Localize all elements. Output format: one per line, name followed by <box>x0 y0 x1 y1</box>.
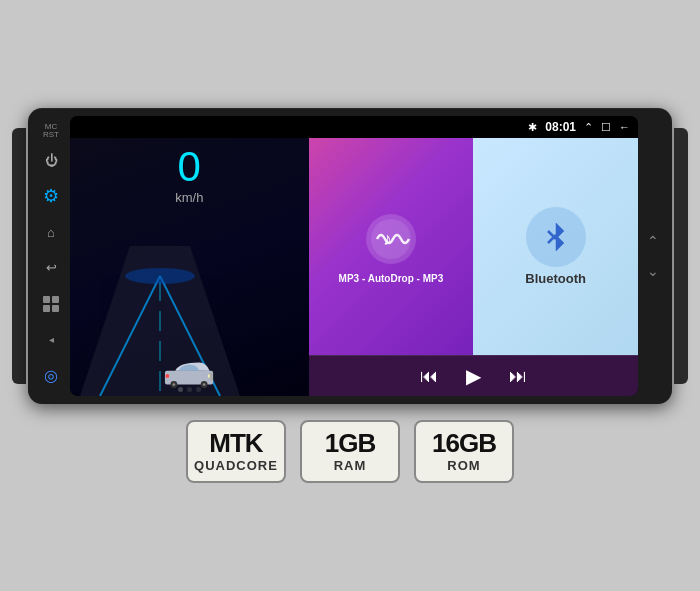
svg-point-10 <box>173 383 176 386</box>
chevron-down-icon: ⌄ <box>647 263 659 279</box>
spec-main-0: MTK <box>209 430 262 456</box>
main-screen: ✱ 08:01 ⌃ ☐ ← 0 km/h <box>70 116 638 396</box>
arrow-up-icon: ⌃ <box>584 121 593 134</box>
head-unit-wrapper: MC RST ⏻ ⚙ ⌂ ↩ <box>10 108 690 404</box>
right-side-buttons: ⌃ ⌄ <box>638 116 668 396</box>
play-button[interactable]: ▶ <box>460 362 487 390</box>
screen-content: 0 km/h <box>70 138 638 396</box>
spec-main-2: 16GB <box>432 430 496 456</box>
nav-button[interactable]: ◎ <box>37 361 65 389</box>
specs-row: MTK QUADCORE 1GB RAM 16GB ROM <box>186 420 514 483</box>
left-side-buttons: MC RST ⏻ ⚙ ⌂ ↩ <box>32 116 70 396</box>
settings-button[interactable]: ⚙ <box>37 182 65 210</box>
bluetooth-icon-container <box>526 207 586 267</box>
mp3-tile[interactable]: ♪ MP3 - AutoDrop - MP3 <box>309 138 474 355</box>
svg-text:♪: ♪ <box>383 229 392 249</box>
prev-button[interactable]: ⏮ <box>414 364 444 389</box>
apps-icon <box>43 296 59 312</box>
back-nav-icon: ← <box>619 121 630 133</box>
apps-panel: ♪ MP3 - AutoDrop - MP3 <box>309 138 638 396</box>
back-button[interactable]: ↩ <box>37 254 65 282</box>
back-icon: ↩ <box>46 260 57 275</box>
power-icon: ⏻ <box>45 153 58 168</box>
app-tiles-row: ♪ MP3 - AutoDrop - MP3 <box>309 138 638 355</box>
spec-badge-2: 16GB ROM <box>414 420 514 483</box>
right-btn-2[interactable]: ⌄ <box>641 259 665 283</box>
bluetooth-label: Bluetooth <box>525 271 586 286</box>
spec-main-1: 1GB <box>325 430 375 456</box>
vol-down-button[interactable]: ◂ <box>37 325 65 353</box>
right-btn-1[interactable]: ⌃ <box>641 229 665 253</box>
speed-panel: 0 km/h <box>70 138 309 396</box>
right-handle <box>674 128 688 384</box>
window-icon: ☐ <box>601 121 611 134</box>
apps-button[interactable] <box>37 290 65 318</box>
bluetooth-tile[interactable]: Bluetooth <box>473 138 638 355</box>
gear-icon: ⚙ <box>43 185 59 207</box>
music-wave-svg: ♪ <box>369 217 413 261</box>
mp3-label: MP3 - AutoDrop - MP3 <box>339 273 444 284</box>
bluetooth-symbol-svg <box>538 219 574 255</box>
music-wave: ♪ <box>366 214 416 264</box>
bluetooth-status-icon: ✱ <box>528 121 537 134</box>
car-graphic <box>162 357 217 388</box>
music-icon-container: ♪ <box>361 209 421 269</box>
speed-value: 0 <box>178 146 201 188</box>
spec-sub-1: RAM <box>334 458 367 473</box>
rst-label: RST <box>43 131 59 139</box>
svg-rect-14 <box>166 374 169 377</box>
home-button[interactable]: ⌂ <box>37 218 65 246</box>
status-time: 08:01 <box>545 120 576 134</box>
nav-icon: ◎ <box>44 366 58 385</box>
head-unit: MC RST ⏻ ⚙ ⌂ ↩ <box>28 108 672 404</box>
svg-point-7 <box>125 268 195 284</box>
speed-display: 0 km/h <box>175 146 203 205</box>
svg-rect-15 <box>210 372 213 380</box>
status-bar: ✱ 08:01 ⌃ ☐ ← <box>70 116 638 138</box>
media-controls: ⏮ ▶ ⏭ <box>309 355 638 396</box>
left-handle <box>12 128 26 384</box>
next-button[interactable]: ⏭ <box>503 364 533 389</box>
power-button[interactable]: ⏻ <box>37 147 65 175</box>
chevron-up-icon: ⌃ <box>647 233 659 249</box>
spec-badge-0: MTK QUADCORE <box>186 420 286 483</box>
home-icon: ⌂ <box>47 225 55 240</box>
product-container: MC RST ⏻ ⚙ ⌂ ↩ <box>10 108 690 483</box>
speed-unit: km/h <box>175 190 203 205</box>
mc-rst-labels: MC RST <box>43 123 59 139</box>
spec-sub-0: QUADCORE <box>194 458 278 473</box>
vol-down-icon: ◂ <box>49 334 54 345</box>
spec-sub-2: ROM <box>447 458 480 473</box>
spec-badge-1: 1GB RAM <box>300 420 400 483</box>
svg-point-12 <box>203 383 206 386</box>
road-svg <box>70 246 250 396</box>
